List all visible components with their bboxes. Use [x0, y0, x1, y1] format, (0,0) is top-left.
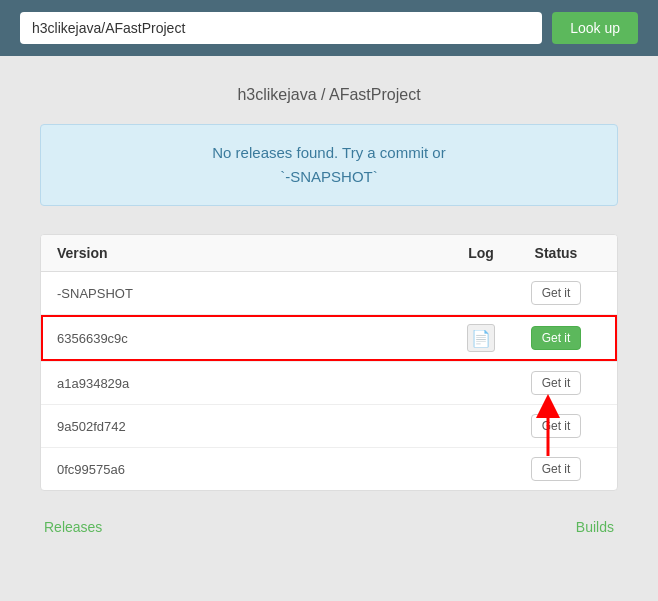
top-bar: Look up: [0, 0, 658, 56]
table-row: -SNAPSHOT Get it: [41, 272, 617, 315]
version-cell: 6356639c9c: [57, 331, 451, 346]
log-icon[interactable]: 📄: [467, 324, 495, 352]
main-content: h3clikejava / AFastProject No releases f…: [0, 56, 658, 563]
col-version-header: Version: [57, 245, 451, 261]
log-cell[interactable]: 📄: [451, 324, 511, 352]
get-it-button-green[interactable]: Get it: [531, 326, 582, 350]
lookup-button[interactable]: Look up: [552, 12, 638, 44]
arrow-svg: [498, 396, 568, 466]
status-cell: Get it: [511, 371, 601, 395]
info-box: No releases found. Try a commit or `-SNA…: [40, 124, 618, 206]
get-it-button[interactable]: Get it: [531, 371, 582, 395]
releases-link[interactable]: Releases: [44, 519, 102, 535]
info-line1: No releases found. Try a commit or: [212, 144, 445, 161]
table-row-highlighted: 6356639c9c 📄 Get it: [41, 315, 617, 362]
table-header: Version Log Status: [41, 235, 617, 272]
info-line2: `-SNAPSHOT`: [280, 168, 378, 185]
col-log-header: Log: [451, 245, 511, 261]
version-cell: -SNAPSHOT: [57, 286, 451, 301]
builds-link[interactable]: Builds: [576, 519, 614, 535]
status-cell: Get it: [511, 281, 601, 305]
search-input[interactable]: [20, 12, 542, 44]
version-cell: 0fc99575a6: [57, 462, 451, 477]
status-cell: Get it: [511, 326, 601, 350]
version-cell: 9a502fd742: [57, 419, 451, 434]
footer-links: Releases Builds: [40, 511, 618, 543]
col-status-header: Status: [511, 245, 601, 261]
repo-title: h3clikejava / AFastProject: [40, 86, 618, 104]
version-cell: a1a934829a: [57, 376, 451, 391]
get-it-button[interactable]: Get it: [531, 281, 582, 305]
